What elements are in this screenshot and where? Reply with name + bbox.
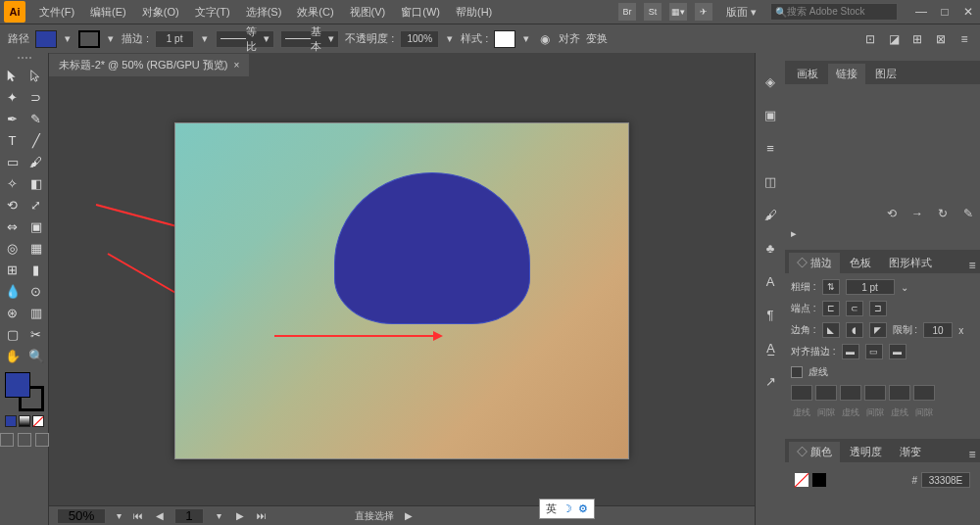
weight-dropdown[interactable]: ⌄ xyxy=(901,282,908,293)
line-tool[interactable]: ╱ xyxy=(24,129,48,151)
last-artboard[interactable]: ⏭ xyxy=(255,510,269,521)
opacity-input[interactable] xyxy=(400,30,439,48)
draw-inside[interactable] xyxy=(35,433,49,447)
fill-color-indicator[interactable] xyxy=(5,372,30,398)
recolor-icon[interactable]: ◉ xyxy=(537,31,553,47)
brushes-icon[interactable]: 🖌 xyxy=(761,206,779,223)
bridge-icon[interactable]: Br xyxy=(618,3,636,21)
color-panel-menu[interactable]: ≡ xyxy=(964,447,980,462)
shaper-tool[interactable]: ✧ xyxy=(1,172,24,194)
fill-stroke-indicator[interactable] xyxy=(5,372,44,411)
align-outside[interactable]: ▬ xyxy=(889,344,906,359)
search-input[interactable]: 🔍 搜索 Adobe Stock xyxy=(770,3,898,21)
align-link[interactable]: 对齐 xyxy=(559,31,580,46)
width-tool[interactable]: ⇔ xyxy=(1,215,24,237)
free-transform-tool[interactable]: ▣ xyxy=(24,215,48,237)
brush-preset[interactable]: 基本▾ xyxy=(280,30,339,48)
draw-normal[interactable] xyxy=(0,433,14,447)
libraries-icon[interactable]: ◈ xyxy=(761,72,779,90)
dash-2[interactable] xyxy=(840,385,861,401)
fill-dropdown[interactable]: ▾ xyxy=(63,32,73,45)
dash-1[interactable] xyxy=(791,385,812,401)
workspace-switcher[interactable]: 版面 ▾ xyxy=(720,5,762,20)
crop-icon[interactable]: ⊞ xyxy=(909,31,925,47)
transform-link[interactable]: 变换 xyxy=(586,31,608,46)
artboard[interactable] xyxy=(174,122,629,459)
slice-tool[interactable]: ✂ xyxy=(24,323,48,345)
draw-behind[interactable] xyxy=(18,433,31,447)
color-mode-none[interactable] xyxy=(32,415,44,427)
edit-original-icon[interactable]: ✎ xyxy=(960,206,976,221)
menu-object[interactable]: 对象(O) xyxy=(136,3,185,22)
edit-clip-icon[interactable]: ◪ xyxy=(886,31,902,47)
minimize-button[interactable]: — xyxy=(913,5,929,19)
character-icon[interactable]: A xyxy=(761,272,779,290)
menu-view[interactable]: 视图(V) xyxy=(344,3,392,22)
zoom-input[interactable] xyxy=(57,508,106,524)
paragraph-icon[interactable]: ¶ xyxy=(761,306,779,323)
miter-limit-input[interactable] xyxy=(923,322,953,338)
document-tab-close[interactable]: × xyxy=(234,60,240,71)
weight-select[interactable] xyxy=(846,279,895,295)
prev-artboard[interactable]: ◀ xyxy=(153,510,167,521)
blend-tool[interactable]: ⊙ xyxy=(24,280,48,302)
type-tool[interactable]: T xyxy=(1,129,24,151)
tab-links[interactable]: 链接 xyxy=(828,64,865,84)
document-tab[interactable]: 未标题-2* @ 50% (RGB/GPU 预览) × xyxy=(49,54,249,76)
scale-tool[interactable]: ⤢ xyxy=(24,194,48,215)
canvas[interactable] xyxy=(49,76,755,505)
tab-graphicstyles[interactable]: 图形样式 xyxy=(881,253,940,273)
menu-help[interactable]: 帮助(H) xyxy=(450,3,498,22)
stock-icon[interactable]: St xyxy=(644,3,662,21)
gap-3[interactable] xyxy=(913,385,935,401)
graphic-style-swatch[interactable] xyxy=(494,30,515,48)
perspective-tool[interactable]: ▦ xyxy=(24,237,48,259)
hex-input[interactable] xyxy=(921,472,970,488)
links-expand[interactable]: ▸ xyxy=(785,225,980,242)
corner-round[interactable]: ◖ xyxy=(846,322,863,338)
gap-2[interactable] xyxy=(864,385,886,401)
first-artboard[interactable]: ⏮ xyxy=(131,510,145,521)
direct-selection-tool[interactable] xyxy=(24,65,48,86)
eyedropper-tool[interactable]: 💧 xyxy=(1,280,24,302)
stroke-panel-menu[interactable]: ≡ xyxy=(964,258,980,273)
dash-3[interactable] xyxy=(889,385,910,401)
artboard-tool[interactable]: ▢ xyxy=(1,323,24,345)
rectangle-tool[interactable]: ▭ xyxy=(1,151,24,172)
profile-preset[interactable]: 等比▾ xyxy=(216,30,274,48)
align-center[interactable]: ▬ xyxy=(842,344,859,359)
stroke-dropdown[interactable]: ▾ xyxy=(106,32,116,45)
close-button[interactable]: ✕ xyxy=(960,5,976,19)
artboard-dropdown[interactable]: ▾ xyxy=(212,510,225,521)
next-artboard[interactable]: ▶ xyxy=(233,510,247,521)
corner-bevel[interactable]: ◤ xyxy=(869,322,887,338)
color-mode-gradient[interactable] xyxy=(19,415,30,427)
hand-tool[interactable]: ✋ xyxy=(1,345,24,366)
tab-color[interactable]: ◇ 颜色 xyxy=(789,442,840,462)
cap-projecting[interactable]: ⊐ xyxy=(869,301,887,316)
menu-window[interactable]: 窗口(W) xyxy=(395,3,446,22)
tab-swatches[interactable]: 色板 xyxy=(842,253,879,273)
artboard-number[interactable] xyxy=(174,508,204,524)
transform-icon[interactable]: ⊠ xyxy=(933,31,949,47)
menu-file[interactable]: 文件(F) xyxy=(33,3,80,22)
arrange-icon[interactable]: ▦▾ xyxy=(669,3,687,21)
update-link-icon[interactable]: ↻ xyxy=(935,206,951,221)
zoom-dropdown[interactable]: ▾ xyxy=(114,510,123,521)
curvature-tool[interactable]: ✎ xyxy=(24,108,48,129)
pathfinder-icon[interactable]: ◫ xyxy=(761,172,779,190)
artboards-icon[interactable]: ▣ xyxy=(761,106,779,123)
selection-tool[interactable] xyxy=(1,65,24,86)
align-inside[interactable]: ▭ xyxy=(865,344,883,359)
goto-link-icon[interactable]: → xyxy=(909,206,925,221)
fill-swatch[interactable] xyxy=(35,30,57,48)
dashed-checkbox[interactable] xyxy=(791,366,803,378)
ime-indicator[interactable]: 英 ☽ ⚙ xyxy=(539,499,595,519)
shape-path[interactable] xyxy=(334,172,530,324)
gap-1[interactable] xyxy=(815,385,837,401)
menu-select[interactable]: 选择(S) xyxy=(240,3,288,22)
graph-tool[interactable]: ▥ xyxy=(24,302,48,323)
rotate-tool[interactable]: ⟲ xyxy=(1,194,24,215)
cap-butt[interactable]: ⊏ xyxy=(822,301,840,316)
eraser-tool[interactable]: ◧ xyxy=(24,172,48,194)
